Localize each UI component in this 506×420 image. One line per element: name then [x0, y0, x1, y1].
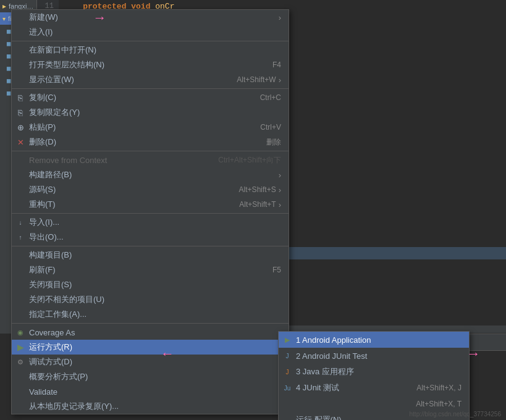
copy2-icon: ⎘ [15, 107, 25, 117]
submenu-arrow-icon: › [279, 185, 281, 195]
menu-item-paste[interactable]: ⊕ 粘贴(P) Ctrl+V [12, 120, 289, 135]
menu-item-label: 调试方式(D) [29, 356, 72, 368]
menu-separator [12, 323, 289, 324]
shortcut-label: Alt+Shift+W [222, 75, 276, 84]
run-icon: ▶ [15, 342, 25, 352]
file-icon: ◼ [6, 90, 11, 96]
menu-item-label: 运行方式(R) [29, 342, 72, 353]
menu-item-label: 构建项目(B) [29, 250, 72, 261]
menu-item-build-project[interactable]: 构建项目(B) [12, 248, 289, 262]
menu-item-restore-local-history[interactable]: 从本地历史记录复原(Y)... [12, 399, 289, 414]
menu-item-label: Validate [29, 387, 57, 397]
shortcut-label: F5 [258, 266, 281, 274]
submenu-item-java-app[interactable]: J 3 Java 应用程序 [279, 364, 469, 380]
menu-item-label: Remove from Context [29, 156, 107, 165]
junit-icon: J [282, 351, 292, 361]
delete-icon: ✕ [15, 137, 25, 147]
menu-item-open-type-hierarchy[interactable]: 打开类型层次结构(N) F4 [12, 57, 289, 72]
file-icon: ◼ [6, 52, 11, 59]
shortcut-label: Ctrl+V [245, 123, 281, 132]
menu-item-copy[interactable]: ⎘ 复制(C) Ctrl+C [12, 90, 289, 105]
menu-item-label: 源码(S) [29, 184, 56, 195]
menu-item-copy-qualified[interactable]: ⎘ 复制限定名(Y) [12, 105, 289, 120]
pink-arrow-run-as: ← [161, 346, 174, 362]
menu-item-refresh[interactable]: 刷新(F) F5 [12, 262, 289, 277]
file-icon: ◼ [6, 77, 11, 84]
menu-item-label: 删除(D) [29, 136, 56, 148]
debug-icon: ⚙ [15, 357, 25, 367]
submenu-item-label: 运行 配置(N)... [296, 414, 348, 420]
file-icon: ◼ [6, 65, 11, 72]
menu-item-new[interactable]: 新建(W) › [12, 10, 289, 25]
shortcut-label: Alt+Shift+X, T [416, 400, 462, 408]
menu-item-label: 导出(O)... [29, 232, 64, 243]
menu-item-refactor[interactable]: 重构(T) Alt+Shift+T › [12, 197, 289, 212]
shortcut-label: Ctrl+Alt+Shift+向下 [203, 155, 281, 166]
menu-item-import[interactable]: ↓ 导入(I)... [12, 215, 289, 230]
submenu-item-android-junit[interactable]: J 2 Android JUnit Test [279, 348, 469, 364]
menu-separator [12, 41, 289, 41]
submenu-item-blank[interactable]: Alt+Shift+X, T [279, 396, 469, 412]
menu-item-debug-as[interactable]: ⚙ 调试方式(D) › [12, 355, 289, 369]
submenu-arrow-icon: › [279, 75, 281, 85]
submenu-arrow-icon: › [279, 200, 281, 209]
menu-item-build-path[interactable]: 构建路径(B) › [12, 167, 289, 182]
file-icon: ◼ [6, 40, 11, 47]
menu-item-label: 关闭项目(S) [29, 279, 72, 290]
shortcut-label: 删除 [251, 137, 281, 148]
menu-item-label: 关闭不相关的项目(U) [29, 294, 104, 305]
menu-item-label: 打开类型层次结构(N) [29, 59, 104, 70]
submenu-item-label: 1 Android Application [296, 335, 371, 345]
menu-item-assign-workset[interactable]: 指定工作集(A)... [12, 307, 289, 322]
android-icon: ▶ [282, 335, 292, 345]
menu-separator [12, 213, 289, 214]
menu-item-close-unrelated[interactable]: 关闭不相关的项目(U) [12, 292, 289, 307]
submenu-item-label: 2 Android JUnit Test [296, 351, 367, 361]
submenu-item-label: 3 Java 应用程序 [296, 366, 354, 377]
shortcut-label: Alt+Shift+X, J [416, 384, 462, 392]
menu-item-validate[interactable]: Validate [12, 384, 289, 399]
menu-item-label: 在新窗口中打开(N) [29, 44, 96, 56]
folder-icon: ▸ [2, 2, 6, 10]
menu-item-label: 指定工作集(A)... [29, 309, 86, 320]
menu-item-label: 新建(W) [29, 12, 58, 23]
menu-item-enter[interactable]: 进入(I) [12, 25, 289, 40]
menu-item-label: 显示位置(W) [29, 74, 74, 85]
menu-item-label: 复制限定名(Y) [29, 107, 80, 118]
context-menu: 新建(W) › 进入(I) 在新窗口中打开(N) 打开类型层次结构(N) F4 … [11, 9, 289, 414]
submenu-item-android-app[interactable]: ▶ 1 Android Application [279, 332, 469, 348]
menu-item-export[interactable]: ↑ 导出(O)... [12, 230, 289, 245]
export-icon: ↑ [15, 232, 25, 242]
menu-separator [12, 88, 289, 89]
menu-item-label: 导入(I)... [29, 217, 59, 228]
menu-item-label: 重构(T) [29, 199, 56, 210]
shortcut-label: Alt+Shift+T [224, 200, 276, 209]
paste-icon: ⊕ [15, 122, 25, 132]
submenu-item-junit-test[interactable]: Ju 4 JUnit 测试 Alt+Shift+X, J [279, 380, 469, 396]
folder-open-icon: ▾ [2, 15, 6, 22]
menu-item-open-new-window[interactable]: 在新窗口中打开(N) [12, 43, 289, 57]
junit2-icon: Ju [282, 383, 292, 393]
menu-item-label: 构建路径(B) [29, 169, 72, 180]
menu-item-label: 粘贴(P) [29, 122, 56, 133]
java-icon: J [282, 367, 292, 377]
menu-item-run-as[interactable]: ▶ 运行方式(R) › [12, 340, 289, 355]
menu-item-label: 概要分析方式(P) [29, 371, 88, 382]
menu-item-coverage-as[interactable]: ◉ Coverage As › [12, 325, 289, 340]
menu-item-label: 刷新(F) [29, 264, 56, 275]
menu-item-remove-context[interactable]: Remove from Context Ctrl+Alt+Shift+向下 [12, 153, 289, 167]
copy-icon: ⎘ [15, 93, 25, 103]
coverage-icon: ◉ [15, 327, 25, 337]
menu-item-source[interactable]: 源码(S) Alt+Shift+S › [12, 182, 289, 197]
submenu-arrow-icon: › [279, 170, 281, 180]
import-icon: ↓ [15, 217, 25, 227]
shortcut-label: Alt+Shift+S [224, 185, 276, 194]
menu-item-delete[interactable]: ✕ 删除(D) 删除 [12, 135, 289, 149]
menu-item-profile-as[interactable]: 概要分析方式(P) › [12, 369, 289, 384]
pink-arrow-firstapp: ← [93, 10, 106, 26]
pink-arrow-android-app: ← [466, 346, 480, 362]
menu-item-show-location[interactable]: 显示位置(W) Alt+Shift+W › [12, 72, 289, 87]
watermark: http://blog.csdn.net/qq_37734256 [410, 411, 501, 418]
menu-item-close-project[interactable]: 关闭项目(S) [12, 277, 289, 292]
menu-item-label: 复制(C) [29, 92, 56, 103]
